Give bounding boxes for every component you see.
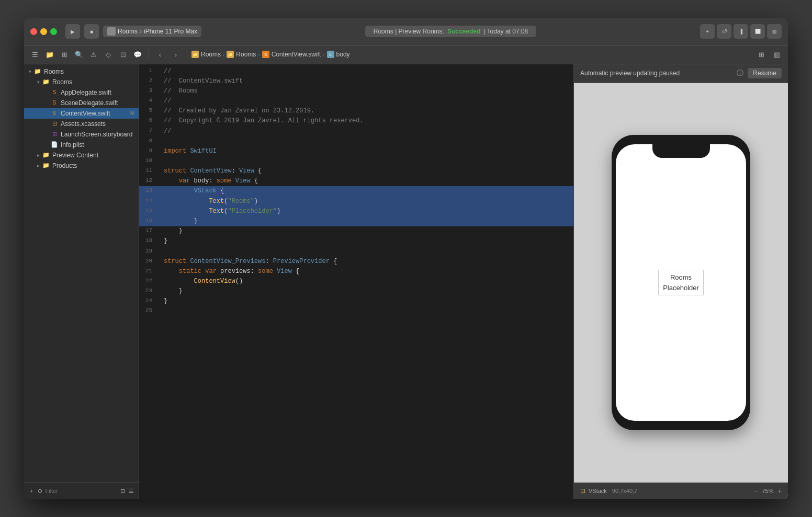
hierarchy-icon[interactable]: ⊞ [58, 48, 71, 61]
sidebar-item-rooms-project[interactable]: ▾ 📁 Rooms [24, 66, 139, 77]
scheme-selector[interactable]: Rooms › iPhone 11 Pro Max [103, 26, 201, 37]
device-name: iPhone 11 Pro Max [144, 28, 197, 35]
list-view-icon[interactable]: ☰ [128, 485, 134, 497]
sidebar-item-launchscreen[interactable]: ⊞ LaunchScreen.storyboard [24, 129, 139, 140]
code-line-17: 17 } [139, 226, 573, 236]
tree-label-launchscreen: LaunchScreen.storyboard [61, 131, 132, 138]
breadcrumb-label-3: ContentView.swift [272, 51, 321, 58]
sidebar-item-infoplist[interactable]: 📄 Info.plist [24, 140, 139, 150]
phone-screen: Rooms Placeholder [616, 144, 746, 421]
breadcrumb-arrow-2: › [258, 52, 260, 58]
resume-button[interactable]: Resume [748, 68, 782, 78]
breadcrumb-label-1: Rooms [201, 51, 221, 58]
layout-btn-1[interactable]: ▐ [734, 24, 748, 39]
code-line-23: 23 } [139, 286, 573, 296]
hierarchy-view-icon[interactable]: ⊡ [120, 485, 126, 497]
breadcrumb-item-rooms-folder[interactable]: 📁 Rooms [191, 51, 221, 58]
search-icon[interactable]: 🔍 [72, 48, 86, 61]
zoom-out-button[interactable]: − [754, 488, 758, 495]
swift-icon-contentview: S [50, 109, 59, 118]
tree-label-rooms-group: Rooms [52, 78, 72, 86]
sidebar-item-appdelegate[interactable]: S AppDelegate.swift [24, 87, 139, 98]
sidebar-bottom-bar: + ⊙ ⊡ ☰ [24, 482, 139, 499]
inspector-toggle-icon[interactable]: ⊞ [754, 48, 768, 61]
breadcrumb: 📁 Rooms › 📁 Rooms › S ContentView.swift … [191, 51, 752, 58]
tree-label-rooms-project: Rooms [44, 68, 64, 75]
code-line-16: 16 } [139, 216, 573, 226]
code-line-19: 19 [139, 247, 573, 257]
status-pill: Rooms | Preview Rooms: Succeeded | Today… [365, 26, 537, 37]
main-area: ▾ 📁 Rooms ▾ 📁 Rooms S AppDelegate.swift [24, 64, 788, 499]
main-window: ▶ ■ Rooms › iPhone 11 Pro Max Rooms | Pr… [24, 18, 788, 499]
close-button[interactable] [30, 28, 37, 35]
warning-icon[interactable]: ⚠ [87, 48, 100, 61]
toolbar-separator-2 [187, 50, 187, 59]
folder-icon[interactable]: 📁 [43, 48, 57, 61]
tree-label-infoplist: Info.plist [61, 141, 84, 148]
code-line-21: 21 static var previews: some View { [139, 267, 573, 277]
sidebar-item-scenedelegate[interactable]: S SceneDelegate.swift [24, 98, 139, 108]
add-file-icon[interactable]: + [28, 485, 35, 497]
plist-icon: 📄 [50, 141, 59, 149]
return-button[interactable]: ⏎ [717, 24, 731, 39]
code-line-7: 7 // [139, 127, 573, 136]
code-line-14: 14 Text("Rooms") [139, 197, 573, 206]
sidebar: ▾ 📁 Rooms ▾ 📁 Rooms S AppDelegate.swift [24, 64, 139, 499]
swift-icon-appdelegate: S [50, 88, 59, 97]
stop-button[interactable]: ■ [84, 24, 99, 39]
sidebar-item-products[interactable]: ▸ 📁 Products [24, 160, 139, 171]
filter-icon[interactable]: ⊙ [37, 485, 43, 497]
add-button[interactable]: + [700, 24, 715, 39]
tree-label-assets: Assets.xcassets [61, 120, 106, 128]
breadcrumb-label-4: body [336, 51, 350, 58]
sidebar-item-assets[interactable]: ⊡ Assets.xcassets [24, 119, 139, 129]
assets-icon: ⊡ [50, 120, 59, 128]
panel-toggle-icon[interactable]: ▥ [770, 48, 784, 61]
tree-label-scenedelegate: SceneDelegate.swift [61, 99, 118, 107]
preview-footer-left: ⊡ VStack 90,7x40,7 [580, 487, 637, 495]
titlebar-right-buttons: + ⏎ ▐ ⬜ ▥ [700, 24, 782, 39]
source-icon[interactable]: ◇ [102, 48, 115, 61]
preview-text-rooms: Rooms [663, 272, 699, 283]
tree-label-contentview: ContentView.swift [61, 110, 110, 117]
sidebar-item-rooms-group[interactable]: ▾ 📁 Rooms [24, 77, 139, 87]
code-line-9: 9 import SwiftUI [139, 146, 573, 156]
zoom-in-button[interactable]: + [777, 488, 782, 495]
toolbar: ☰ 📁 ⊞ 🔍 ⚠ ◇ ⊡ 💬 ‹ › 📁 Rooms › 📁 Rooms › [24, 45, 788, 64]
preview-text-placeholder: Placeholder [663, 283, 699, 293]
sidebar-toggle-icon[interactable]: ☰ [28, 48, 42, 61]
folder-icon-products: 📁 [42, 162, 50, 170]
breadcrumb-item-rooms[interactable]: 📁 Rooms [227, 51, 256, 58]
sidebar-item-contentview[interactable]: S ContentView.swift M [24, 108, 139, 119]
code-editor[interactable]: 1 // 2 // ContentView.swift 3 // Rooms 4 [139, 64, 573, 499]
filter-input[interactable] [46, 488, 118, 494]
breadcrumb-item-body[interactable]: b body [327, 51, 350, 58]
nav-forward-icon[interactable]: › [169, 48, 183, 61]
layout-btn-2[interactable]: ⬜ [750, 24, 765, 39]
minimize-button[interactable] [40, 28, 47, 35]
modified-badge: M [130, 110, 134, 116]
layout-btn-3[interactable]: ▥ [767, 24, 782, 39]
code-line-18: 18 } [139, 236, 573, 246]
expand-arrow-preview: ▸ [35, 153, 42, 158]
preview-panel: Automatic preview updating paused ⓘ Resu… [573, 64, 788, 499]
code-line-4: 4 // [139, 96, 573, 106]
scheme-name: Rooms [118, 28, 138, 35]
preview-footer-right: − 75% + [754, 488, 782, 495]
fullscreen-button[interactable] [50, 28, 57, 35]
run-button[interactable]: ▶ [65, 24, 80, 39]
comment-icon[interactable]: 💬 [131, 48, 144, 61]
code-line-11: 11 struct ContentView: View { [139, 166, 573, 176]
code-line-15: 15 Text("Placeholder") [139, 206, 573, 216]
sidebar-tree: ▾ 📁 Rooms ▾ 📁 Rooms S AppDelegate.swift [24, 64, 139, 482]
nav-back-icon[interactable]: ‹ [153, 48, 167, 61]
breadcrumb-item-contentview[interactable]: S ContentView.swift [262, 51, 321, 58]
grid-icon[interactable]: ⊡ [116, 48, 130, 61]
sidebar-item-preview-content[interactable]: ▸ 📁 Preview Content [24, 150, 139, 160]
code-line-13: 13 VStack { [139, 186, 573, 196]
phone-mockup: Rooms Placeholder [612, 135, 750, 430]
code-line-20: 20 struct ContentView_Previews: PreviewP… [139, 257, 573, 267]
code-line-10: 10 [139, 156, 573, 166]
phone-notch [652, 144, 710, 158]
code-line-12: 12 var body: some View { [139, 176, 573, 186]
